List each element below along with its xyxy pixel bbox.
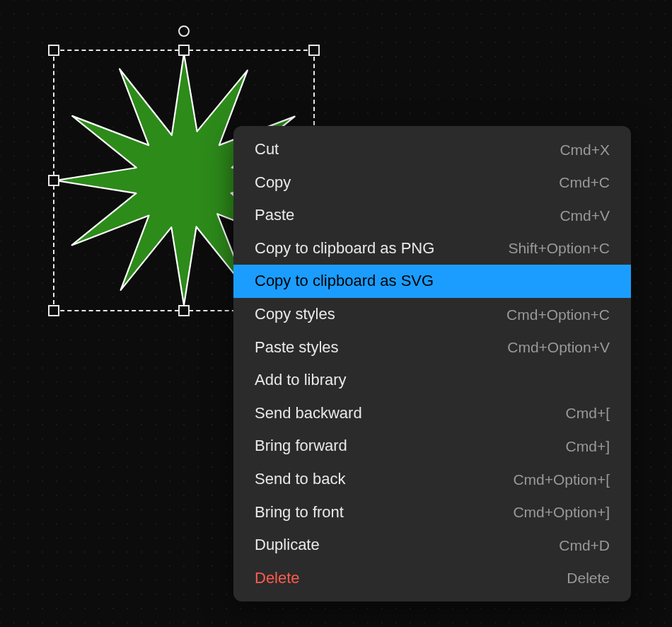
resize-handle-bottom-middle[interactable]: [178, 305, 190, 316]
menu-item-delete[interactable]: DeleteDelete: [233, 562, 631, 595]
menu-item-copy-to-clipboard-as-svg[interactable]: Copy to clipboard as SVG: [233, 265, 631, 298]
menu-item-label: Send to back: [255, 469, 345, 490]
menu-item-shortcut: Cmd+Option+[: [513, 470, 610, 489]
menu-item-shortcut: Shift+Option+C: [508, 238, 610, 258]
menu-item-label: Copy: [255, 173, 291, 193]
menu-item-label: Send backward: [255, 403, 362, 424]
menu-item-label: Add to library: [255, 370, 347, 391]
menu-item-label: Duplicate: [255, 535, 320, 556]
menu-item-paste-styles[interactable]: Paste stylesCmd+Option+V: [233, 331, 631, 364]
menu-item-shortcut: Cmd+X: [560, 140, 610, 159]
menu-item-label: Copy styles: [255, 304, 335, 325]
resize-handle-middle-left[interactable]: [48, 175, 59, 186]
menu-item-label: Delete: [255, 568, 300, 589]
resize-handle-top-right[interactable]: [308, 45, 320, 56]
menu-item-shortcut: Cmd+D: [559, 536, 610, 555]
context-menu[interactable]: CutCmd+XCopyCmd+CPasteCmd+VCopy to clipb…: [233, 126, 631, 602]
menu-item-copy-to-clipboard-as-png[interactable]: Copy to clipboard as PNGShift+Option+C: [233, 232, 631, 265]
menu-item-label: Paste styles: [255, 338, 339, 358]
resize-handle-bottom-left[interactable]: [48, 305, 59, 316]
menu-item-shortcut: Cmd+Option+]: [513, 502, 610, 522]
menu-item-label: Bring to front: [255, 502, 344, 523]
menu-item-bring-forward[interactable]: Bring forwardCmd+]: [233, 430, 631, 463]
menu-item-label: Bring forward: [255, 436, 347, 456]
menu-item-shortcut: Cmd+V: [560, 206, 610, 225]
menu-item-duplicate[interactable]: DuplicateCmd+D: [233, 529, 631, 562]
menu-item-copy[interactable]: CopyCmd+C: [233, 166, 631, 200]
menu-item-label: Cut: [255, 139, 279, 160]
menu-item-shortcut: Cmd+]: [566, 437, 610, 456]
menu-item-label: Paste: [255, 205, 294, 226]
menu-item-shortcut: Cmd+C: [559, 173, 610, 192]
menu-item-add-to-library[interactable]: Add to library: [233, 364, 631, 397]
menu-item-cut[interactable]: CutCmd+X: [233, 133, 631, 166]
resize-handle-top-left[interactable]: [48, 45, 59, 56]
menu-item-label: Copy to clipboard as PNG: [255, 238, 434, 259]
menu-item-send-to-back[interactable]: Send to backCmd+Option+[: [233, 463, 631, 496]
menu-item-label: Copy to clipboard as SVG: [255, 271, 434, 292]
menu-item-paste[interactable]: PasteCmd+V: [233, 199, 631, 232]
menu-item-shortcut: Delete: [567, 568, 610, 587]
menu-item-copy-styles[interactable]: Copy stylesCmd+Option+C: [233, 298, 631, 331]
menu-item-shortcut: Cmd+Option+C: [506, 305, 610, 324]
menu-item-shortcut: Cmd+Option+V: [507, 338, 610, 357]
rotate-handle[interactable]: [178, 25, 190, 37]
menu-item-send-backward[interactable]: Send backwardCmd+[: [233, 397, 631, 430]
menu-item-bring-to-front[interactable]: Bring to frontCmd+Option+]: [233, 496, 631, 529]
menu-item-shortcut: Cmd+[: [566, 403, 610, 422]
resize-handle-top-middle[interactable]: [178, 45, 190, 56]
